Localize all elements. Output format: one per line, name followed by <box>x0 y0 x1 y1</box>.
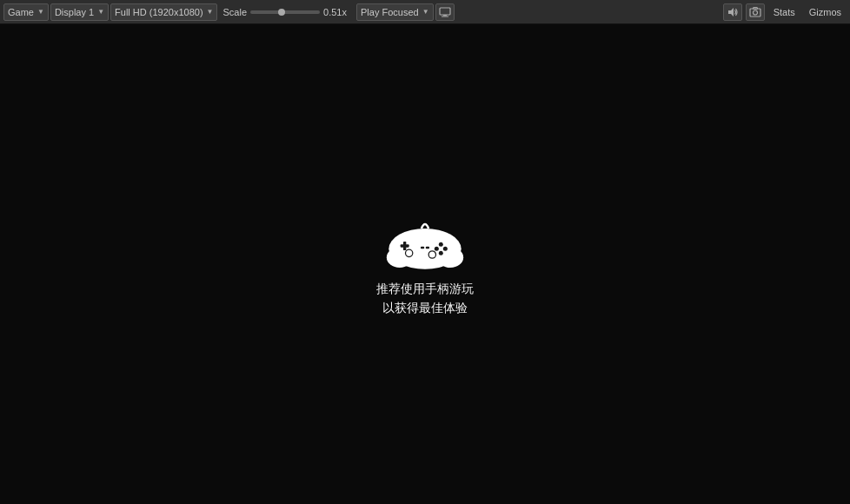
svg-point-16 <box>439 250 443 255</box>
display-dropdown[interactable]: Display 1 ▼ <box>50 3 109 21</box>
svg-rect-12 <box>403 242 406 250</box>
stats-button[interactable]: Stats <box>768 3 800 21</box>
scale-label: Scale <box>222 7 247 17</box>
scale-value: 0.51x <box>323 7 351 17</box>
svg-point-10 <box>418 229 433 240</box>
tab-game-label: Game <box>8 7 34 17</box>
gamepad-container: 推荐使用手柄游玩 以获得最佳体验 <box>376 211 474 318</box>
svg-point-9 <box>437 247 463 267</box>
svg-rect-0 <box>440 8 450 15</box>
audio-icon-btn[interactable] <box>723 3 742 21</box>
svg-rect-4 <box>750 9 760 17</box>
svg-rect-17 <box>421 246 424 249</box>
play-focused-dropdown[interactable]: Play Focused ▼ <box>356 3 434 21</box>
game-view: 推荐使用手柄游玩 以获得最佳体验 <box>0 24 850 504</box>
play-focused-chevron: ▼ <box>422 8 429 16</box>
scale-section: Scale 0.51x <box>219 7 355 17</box>
svg-marker-3 <box>728 8 734 17</box>
scale-slider[interactable] <box>250 10 320 14</box>
display-chevron: ▼ <box>97 8 104 16</box>
gamepad-icon <box>382 211 468 272</box>
display-label: Display 1 <box>55 7 94 17</box>
screenshot-icon-btn[interactable] <box>746 3 765 21</box>
svg-point-15 <box>435 246 439 250</box>
resolution-dropdown[interactable]: Full HD (1920x1080) ▼ <box>110 3 217 21</box>
audio-icon <box>727 6 739 18</box>
screen-icon <box>439 6 451 18</box>
toolbar-right: Stats Gizmos <box>723 3 847 21</box>
tab-game-dropdown[interactable]: Game ▼ <box>3 3 49 21</box>
gamepad-text-line2: 以获得最佳体验 <box>376 298 474 317</box>
gizmos-button[interactable]: Gizmos <box>804 3 847 21</box>
screenshot-icon <box>749 6 761 18</box>
svg-point-5 <box>753 10 757 15</box>
svg-rect-1 <box>443 15 447 17</box>
scale-thumb <box>278 9 285 16</box>
gamepad-text: 推荐使用手柄游玩 以获得最佳体验 <box>376 279 474 318</box>
tab-game-chevron: ▼ <box>37 8 44 16</box>
svg-rect-2 <box>442 16 448 17</box>
svg-point-8 <box>387 247 413 267</box>
svg-rect-18 <box>426 246 429 249</box>
toolbar: Game ▼ Display 1 ▼ Full HD (1920x1080) ▼… <box>0 0 850 24</box>
gamepad-text-line1: 推荐使用手柄游玩 <box>376 279 474 298</box>
play-focused-label: Play Focused <box>361 7 419 17</box>
resolution-label: Full HD (1920x1080) <box>115 7 203 17</box>
screen-icon-btn[interactable] <box>435 3 455 21</box>
svg-point-13 <box>439 242 443 246</box>
resolution-chevron: ▼ <box>207 8 214 16</box>
svg-point-14 <box>443 246 448 250</box>
